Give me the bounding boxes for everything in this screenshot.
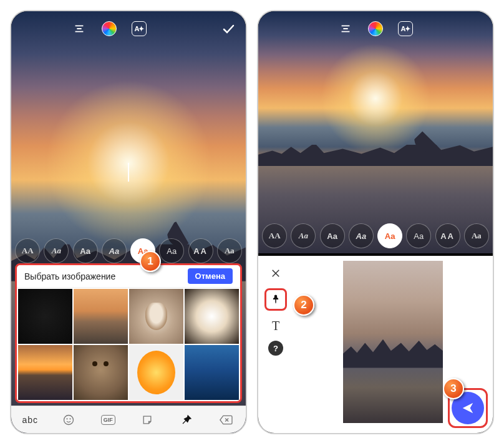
image-thumb[interactable]: [18, 345, 72, 400]
font-chip-wide[interactable]: AA: [188, 238, 213, 263]
svg-point-3: [64, 415, 74, 424]
font-chip-script[interactable]: Aa: [44, 238, 69, 263]
image-picker-panel: Выбрать изображение Отмена: [15, 263, 242, 403]
align-icon[interactable]: [70, 20, 88, 37]
image-picker-header: Выбрать изображение Отмена: [17, 265, 240, 288]
font-chip-light[interactable]: Aa: [406, 223, 431, 248]
callout-badge-3: 3: [443, 378, 464, 399]
abc-key[interactable]: abc: [22, 415, 39, 425]
screenshot-right: A✦ AA Aa Aa Aa Aa Aa AA Аа T ?: [257, 10, 494, 434]
font-chip-light[interactable]: Aa: [159, 238, 184, 263]
image-picker-title: Выбрать изображение: [24, 271, 115, 281]
image-thumb[interactable]: [74, 289, 128, 344]
font-chip-rounded[interactable]: Aa: [377, 223, 402, 248]
text-cursor[interactable]: [128, 163, 129, 182]
send-arrow-icon: [461, 401, 475, 415]
image-thumb[interactable]: [18, 289, 72, 344]
color-wheel-icon[interactable]: [367, 20, 384, 37]
image-thumb[interactable]: [185, 345, 239, 400]
story-canvas[interactable]: [258, 11, 493, 253]
font-chip-wide[interactable]: AA: [435, 223, 460, 248]
font-chip-bold-italic[interactable]: Aa: [102, 238, 127, 263]
cancel-button[interactable]: Отмена: [188, 268, 233, 284]
callout-badge-1: 1: [140, 251, 161, 272]
text-effects-icon[interactable]: A✦: [397, 20, 414, 37]
text-effects-icon[interactable]: A✦: [130, 20, 148, 37]
confirm-icon[interactable]: [220, 20, 237, 37]
image-grid: [17, 288, 240, 401]
image-thumb[interactable]: [185, 289, 239, 344]
color-wheel-icon[interactable]: [100, 20, 118, 37]
align-icon[interactable]: [337, 20, 354, 37]
font-style-row: AA Aa Aa Aa Aa Aa AA Аа: [258, 223, 493, 248]
sticker-icon[interactable]: [138, 411, 156, 429]
pin-icon[interactable]: [178, 411, 195, 429]
close-icon[interactable]: [264, 262, 287, 285]
image-thumb[interactable]: [129, 345, 183, 400]
font-chip-bold[interactable]: Aa: [73, 238, 98, 263]
story-background-image: [258, 11, 493, 253]
text-toolbar: A✦: [11, 20, 246, 37]
font-chip-bold-italic[interactable]: Aa: [349, 223, 374, 248]
backspace-icon[interactable]: [217, 411, 235, 429]
screenshot-left: A✦ AA Aa Aa Aa Aa Aa AA Аа Выбрать изобр…: [10, 10, 247, 434]
font-chip-slab[interactable]: Аа: [464, 223, 489, 248]
font-chip-bold[interactable]: Aa: [320, 223, 345, 248]
font-chip-serif[interactable]: AA: [262, 223, 287, 248]
callout-badge-2: 2: [293, 295, 314, 316]
font-style-row: AA Aa Aa Aa Aa Aa AA Аа: [11, 238, 246, 263]
image-thumb[interactable]: [129, 289, 183, 344]
selected-image-preview[interactable]: [343, 261, 443, 423]
keyboard-accessory-row: abc GIF: [11, 406, 246, 433]
text-toolbar: A✦: [258, 20, 493, 37]
editor-tool-column: T ?: [258, 256, 293, 433]
svg-point-4: [67, 418, 67, 419]
font-chip-slab[interactable]: Аа: [217, 238, 242, 263]
pin-tool-icon[interactable]: [264, 288, 287, 311]
svg-point-5: [70, 418, 70, 419]
emoji-icon[interactable]: [60, 411, 77, 429]
text-tool-icon[interactable]: T: [264, 314, 287, 337]
image-thumb[interactable]: [74, 345, 128, 400]
font-chip-serif[interactable]: AA: [15, 238, 40, 263]
help-icon[interactable]: ?: [268, 341, 283, 356]
gif-icon[interactable]: GIF: [99, 411, 117, 429]
font-chip-script[interactable]: Aa: [291, 223, 316, 248]
